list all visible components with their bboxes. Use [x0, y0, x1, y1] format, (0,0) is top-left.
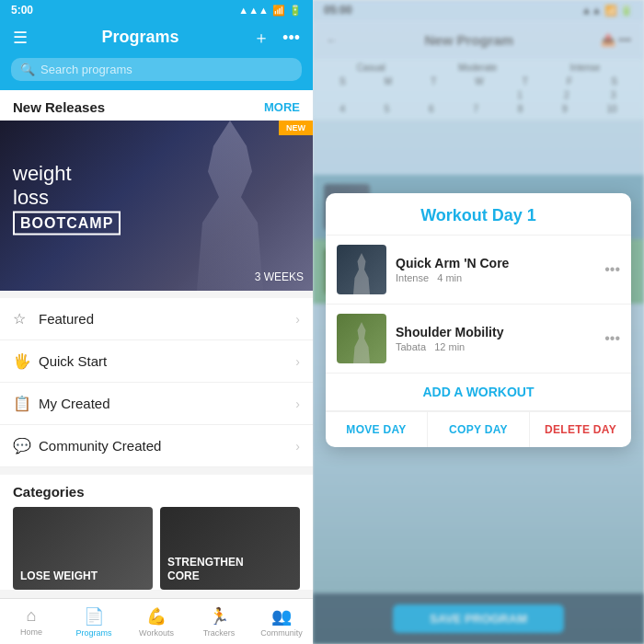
add-workout-button[interactable]: ADD A WORKOUT: [326, 374, 631, 411]
hero-title-line1: weight: [13, 161, 121, 185]
top-bar-left: ☰ Programs ＋ •••: [0, 20, 313, 54]
top-bar-action-icons: ＋ •••: [253, 29, 300, 46]
home-icon: ⌂: [27, 606, 37, 626]
community-icon: 💬: [13, 437, 39, 454]
nav-programs-label: Programs: [75, 628, 111, 638]
thumb-person-2: [348, 322, 375, 363]
categories-section: Categories LOSE WEIGHT STRENGTHENCORE: [0, 475, 313, 590]
wifi-icon: 📶: [272, 5, 285, 17]
modal-actions: MOVE DAY COPY DAY DELETE DAY: [326, 411, 631, 447]
workout-thumb-1: [337, 245, 386, 294]
search-icon: 🔍: [20, 63, 35, 76]
modal-day-number: 1: [527, 206, 536, 224]
workout-name-2: Shoulder Mobility: [396, 325, 595, 339]
category-lose-weight[interactable]: LOSE WEIGHT: [13, 507, 153, 590]
more-button[interactable]: MORE: [264, 100, 300, 114]
chevron-icon-community: ›: [295, 439, 300, 454]
workout-day-modal: Workout Day 1 Quick Arm 'N Core Intense …: [326, 193, 631, 447]
search-bar: 🔍: [0, 54, 313, 90]
copy-day-button[interactable]: COPY DAY: [427, 412, 529, 447]
hero-duration: 3 WEEKS: [255, 270, 304, 283]
hero-subtitle: BOOTCAMP: [13, 212, 121, 236]
new-releases-title: New Releases: [13, 99, 105, 115]
hero-text: weight loss BOOTCAMP: [13, 161, 121, 236]
nav-trackers[interactable]: 🏃 Trackers: [188, 599, 250, 644]
modal-title-text: Workout Day: [420, 206, 527, 224]
content-scroll[interactable]: New Releases MORE NEW weight loss BOOTCA…: [0, 90, 313, 598]
menu-list: ☆ Featured › 🖐 Quick Start › 📋 My Create…: [0, 298, 313, 467]
categories-grid: LOSE WEIGHT STRENGTHENCORE: [13, 507, 300, 590]
status-bar-left: 5:00 ▲▲▲ 📶 🔋: [0, 0, 313, 20]
signal-icon: ▲▲▲: [238, 5, 269, 16]
right-panel: 05:00 ▲▲ 📶 🔋 ← New Program 📤 ••• CasualM…: [313, 0, 644, 644]
trackers-icon: 🏃: [209, 606, 229, 627]
chevron-icon-quickstart: ›: [295, 354, 300, 369]
menu-item-community[interactable]: 💬 Community Created ›: [0, 425, 313, 467]
menu-item-mycreated[interactable]: 📋 My Created ›: [0, 383, 313, 425]
workout-intensity-2: Tabata: [396, 341, 426, 352]
category-label-strengthen: STRENGTHENCORE: [167, 556, 244, 582]
nav-home[interactable]: ⌂ Home: [0, 599, 63, 644]
workout-item-1[interactable]: Quick Arm 'N Core Intense 4 min •••: [326, 236, 631, 305]
workouts-icon: 💪: [146, 606, 167, 627]
workout-meta-2: Tabata 12 min: [396, 341, 595, 352]
menu-item-featured[interactable]: ☆ Featured ›: [0, 298, 313, 340]
workout-name-1: Quick Arm 'N Core: [396, 256, 595, 270]
new-releases-header: New Releases MORE: [0, 90, 313, 121]
workout-info-1: Quick Arm 'N Core Intense 4 min: [396, 256, 595, 283]
thumb-person-1: [348, 253, 375, 294]
categories-title: Categories: [13, 484, 300, 500]
chevron-icon-featured: ›: [295, 312, 300, 327]
category-label-lose: LOSE WEIGHT: [20, 569, 98, 582]
more-options-icon[interactable]: •••: [282, 29, 300, 46]
nav-community[interactable]: 👥 Community: [250, 599, 313, 644]
workout-item-2[interactable]: Shoulder Mobility Tabata 12 min •••: [326, 305, 631, 374]
left-panel: 5:00 ▲▲▲ 📶 🔋 ☰ Programs ＋ ••• 🔍 New Rele…: [0, 0, 313, 644]
nav-home-label: Home: [20, 627, 42, 637]
search-input[interactable]: [40, 63, 293, 76]
workout-duration-2: 12 min: [434, 341, 465, 352]
workout-duration-1: 4 min: [437, 272, 462, 283]
hero-image[interactable]: NEW weight loss BOOTCAMP 3 WEEKS: [0, 121, 313, 291]
workout-thumb-2: [337, 314, 386, 363]
programs-icon: 📄: [84, 606, 104, 627]
status-icons-left: ▲▲▲ 📶 🔋: [238, 5, 302, 17]
search-input-wrap[interactable]: 🔍: [11, 58, 302, 81]
delete-day-button[interactable]: DELETE DAY: [529, 412, 631, 447]
menu-label-featured: Featured: [39, 311, 295, 327]
nav-trackers-label: Trackers: [203, 628, 236, 638]
add-icon[interactable]: ＋: [253, 29, 270, 46]
workout-meta-1: Intense 4 min: [396, 272, 595, 283]
community-nav-icon: 👥: [271, 606, 292, 627]
quickstart-icon: 🖐: [13, 352, 39, 370]
featured-icon: ☆: [13, 310, 39, 328]
mycreated-icon: 📋: [13, 395, 39, 412]
menu-item-quickstart[interactable]: 🖐 Quick Start ›: [0, 340, 313, 383]
page-title-left: Programs: [102, 28, 179, 47]
menu-label-community: Community Created: [39, 438, 295, 454]
workout-more-icon-2[interactable]: •••: [604, 330, 620, 347]
menu-label-mycreated: My Created: [39, 396, 295, 411]
nav-workouts[interactable]: 💪 Workouts: [125, 599, 188, 644]
hero-title-line2: loss: [13, 185, 121, 209]
hero-person-silhouette: [175, 121, 285, 291]
nav-workouts-label: Workouts: [139, 628, 174, 638]
modal-title: Workout Day 1: [326, 193, 631, 236]
status-time-left: 5:00: [11, 4, 33, 17]
move-day-button[interactable]: MOVE DAY: [326, 412, 427, 447]
menu-icon[interactable]: ☰: [13, 29, 28, 46]
workout-info-2: Shoulder Mobility Tabata 12 min: [396, 325, 595, 352]
chevron-icon-mycreated: ›: [295, 397, 300, 411]
nav-community-label: Community: [260, 628, 303, 638]
category-strengthen-core[interactable]: STRENGTHENCORE: [160, 507, 300, 590]
menu-label-quickstart: Quick Start: [39, 353, 295, 369]
workout-more-icon-1[interactable]: •••: [604, 261, 620, 278]
hero-badge: NEW: [279, 121, 313, 135]
bottom-nav-left: ⌂ Home 📄 Programs 💪 Workouts 🏃 Trackers …: [0, 598, 313, 644]
workout-intensity-1: Intense: [396, 272, 429, 283]
nav-programs[interactable]: 📄 Programs: [63, 599, 125, 644]
battery-icon: 🔋: [289, 5, 302, 17]
